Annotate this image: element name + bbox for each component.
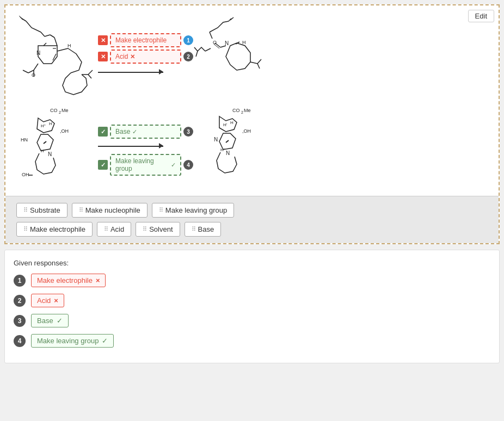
svg-text:N: N: [226, 150, 230, 156]
svg-text:H': H': [223, 122, 228, 127]
top-reagent-2-mark: ✕: [130, 53, 135, 60]
toolbar-row-2: ⠿ Make electrophile ⠿ Acid ⠿ Solvent ⠿ B…: [16, 222, 488, 237]
toolbar-acid-label: Acid: [110, 225, 124, 233]
response-row-2: 2 Acid ×: [14, 294, 490, 307]
svg-text:HN: HN: [21, 137, 28, 143]
edit-button[interactable]: Edit: [468, 10, 494, 22]
response-label-2: Acid: [37, 296, 51, 305]
response-num-4: 4: [14, 335, 26, 347]
svg-text:,OH: ,OH: [242, 128, 251, 134]
response-tag-3[interactable]: Base ✓: [31, 314, 69, 327]
bottom-panel: Given responses: 1 Make electrophile × 2…: [4, 250, 500, 363]
bottom-reagent-4-badge: 4: [183, 160, 193, 170]
toolbar-substrate-label: Substrate: [30, 206, 60, 214]
svg-text:OH: OH: [22, 172, 29, 177]
svg-text:H: H: [49, 121, 52, 126]
toolbar-make-leaving-group[interactable]: ⠿ Make leaving group: [152, 203, 234, 218]
svg-text:O: O: [32, 72, 35, 78]
response-mark-2: ×: [54, 296, 58, 305]
response-num-1: 1: [14, 275, 26, 287]
bottom-reagent-3-box[interactable]: Base ✓: [110, 125, 181, 139]
top-reagent-2-box[interactable]: Acid ✕: [110, 49, 181, 64]
svg-text:N: N: [214, 137, 218, 143]
toolbar-leaving-label: Make leaving group: [165, 206, 227, 214]
svg-text:H: H: [242, 40, 246, 45]
bottom-reagent-4-box[interactable]: Make leaving group ✓: [110, 154, 181, 176]
top-reagent-2-label: Acid: [115, 53, 128, 60]
top-reagent-2-line: ✕ Acid ✕ 2: [98, 49, 193, 64]
bottom-reagent-4-icon: ✓: [98, 160, 108, 170]
toolbar-make-electrophile[interactable]: ⠿ Make electrophile: [16, 222, 93, 237]
top-arrow-line: [98, 68, 193, 76]
response-mark-4: ✓: [102, 337, 108, 345]
svg-text:Me: Me: [244, 108, 251, 113]
toolbar-nucleophile-label: Make nucleophile: [85, 206, 140, 214]
response-tag-4[interactable]: Make leaving group ✓: [31, 334, 114, 348]
given-responses-title: Given responses:: [14, 259, 490, 267]
top-reagent-1-line: ✕ Make electrophile 1: [98, 33, 193, 47]
svg-text:N: N: [48, 151, 52, 157]
top-reagent-block: ✕ Make electrophile 1 ✕ Acid ✕: [98, 33, 193, 64]
response-label-3: Base: [37, 317, 53, 325]
bottom-middle-section: ✓ Base ✓ 3 ✓: [98, 106, 193, 179]
bottom-reagent-4-mark: ✓: [171, 162, 176, 169]
top-arrow: [98, 68, 163, 76]
drag-icon-acid: ⠿: [104, 226, 108, 233]
drag-icon-solvent: ⠿: [143, 226, 146, 233]
svg-text:H: H: [230, 120, 233, 125]
toolbar-row-1: ⠿ Substrate ⠿ Make nucleophile ⠿ Make le…: [16, 203, 488, 218]
response-tag-2[interactable]: Acid ×: [31, 294, 64, 307]
toolbar-solvent[interactable]: ⠿ Solvent: [136, 222, 180, 237]
drag-icon-substrate: ⠿: [23, 207, 27, 214]
bottom-arrow-line: [98, 142, 193, 150]
svg-text:CO: CO: [50, 108, 58, 113]
toolbar-acid[interactable]: ⠿ Acid: [97, 222, 131, 237]
bottom-arrow: [98, 142, 163, 150]
svg-text:H'': H'': [41, 148, 46, 153]
response-label-1: Make electrophile: [37, 276, 93, 284]
top-reagent-2-badge: 2: [183, 52, 193, 61]
toolbar-solvent-label: Solvent: [149, 225, 173, 233]
top-reagent-1-icon: ✕: [98, 35, 108, 45]
svg-text:H'': H'': [220, 147, 225, 152]
response-mark-1: ×: [96, 276, 100, 284]
response-row-3: 3 Base ✓: [14, 314, 490, 327]
drag-icon-base: ⠿: [192, 226, 195, 233]
response-num-2: 2: [14, 295, 26, 307]
top-reaction-row: N H: [11, 14, 493, 101]
svg-text:N: N: [225, 40, 229, 46]
response-label-4: Make leaving group: [37, 337, 99, 345]
response-num-3: 3: [14, 315, 26, 327]
bottom-reagent-3-mark: ✓: [132, 128, 137, 135]
bottom-reagent-3-icon: ✓: [98, 127, 108, 137]
response-row-4: 4 Make leaving group ✓: [14, 334, 490, 348]
top-middle-section: ✕ Make electrophile 1 ✕ Acid ✕: [98, 14, 193, 76]
toolbar: ⠿ Substrate ⠿ Make nucleophile ⠿ Make le…: [5, 196, 499, 243]
bottom-reagent-3-badge: 3: [183, 127, 193, 137]
toolbar-substrate[interactable]: ⠿ Substrate: [16, 203, 67, 218]
top-reagent-2-icon: ✕: [98, 52, 108, 61]
response-mark-3: ✓: [57, 317, 63, 325]
molecule-top-right: O N H: [193, 14, 280, 101]
drag-icon-electrophile: ⠿: [23, 226, 27, 233]
drag-icon-leaving: ⠿: [159, 207, 163, 214]
toolbar-make-nucleophile[interactable]: ⠿ Make nucleophile: [72, 203, 147, 218]
svg-text:N: N: [36, 50, 40, 56]
response-row-1: 1 Make electrophile ×: [14, 274, 490, 287]
main-container: Edit: [0, 0, 504, 421]
bottom-reagent-3-label: Base: [115, 128, 130, 135]
toolbar-base[interactable]: ⠿ Base: [185, 222, 222, 237]
bottom-reaction-row: CO 2 Me ,OH HN H'' H: [11, 106, 493, 193]
svg-text:H: H: [67, 43, 71, 48]
bottom-reagent-3-line: ✓ Base ✓ 3: [98, 125, 193, 139]
molecule-bottom-left: CO 2 Me ,OH HN H'' H: [11, 106, 98, 193]
top-reagent-1-box[interactable]: Make electrophile: [110, 33, 181, 47]
response-tag-1[interactable]: Make electrophile ×: [31, 274, 106, 287]
top-panel: Edit: [4, 4, 500, 244]
bottom-reagent-4-label: Make leaving group: [115, 157, 169, 172]
svg-text:2: 2: [59, 110, 61, 114]
svg-text:CO: CO: [232, 108, 240, 113]
svg-text:2: 2: [241, 110, 243, 114]
svg-text:,OH: ,OH: [60, 128, 69, 134]
bottom-reagent-block: ✓ Base ✓ 3 ✓: [98, 125, 193, 176]
